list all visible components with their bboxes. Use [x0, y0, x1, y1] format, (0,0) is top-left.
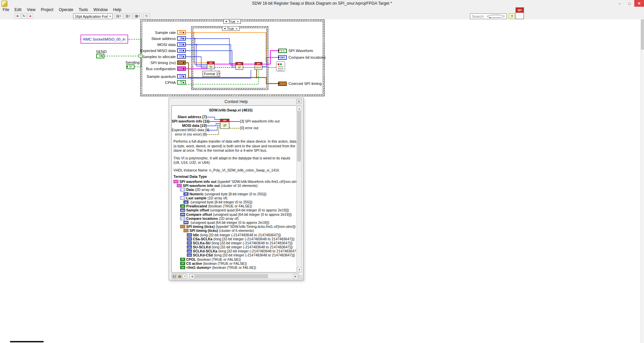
- datatype-icon: [183, 192, 189, 196]
- datatype-tree-row: <fmt1 dummy> (boolean (TRUE or FALSE)): [180, 265, 297, 270]
- spi-configure-vi[interactable]: SPI ⇆: [207, 61, 215, 69]
- indicator-terminal[interactable]: [278, 82, 287, 86]
- datatype-tree-row: SCLKd-CSd (long [32-bit integer (-214748…: [187, 253, 297, 257]
- case-prev-icon[interactable]: ◀: [224, 27, 225, 30]
- vi-description: Performs a full-duplex transfer of data …: [173, 139, 297, 176]
- control-terminal[interactable]: [177, 60, 186, 65]
- case-selector-value: True: [227, 27, 234, 31]
- indicator-terminal[interactable]: U64: [278, 55, 287, 60]
- close-button[interactable]: ✕: [634, 0, 644, 7]
- menubar: FileEditViewProjectOperateToolsWindowHel…: [0, 7, 644, 13]
- send-control[interactable]: TF: [96, 54, 104, 58]
- cleanup-diagram-button[interactable]: ↻: [143, 13, 150, 19]
- minimize-button[interactable]: –: [615, 0, 625, 7]
- scroll-up-icon[interactable]: ▲: [297, 106, 302, 111]
- input-terminals: Sample rate DBL Slave address U8 MOSI da…: [142, 30, 186, 86]
- context-help-titlebar[interactable]: Context Help: [169, 98, 303, 105]
- maximize-button[interactable]: □: [625, 0, 634, 7]
- spi-swap-vi[interactable]: SPI ⇄: [235, 62, 243, 70]
- scroll-left-icon[interactable]: ◀: [190, 274, 195, 279]
- datatype-tree-row: SPI waveform info out (cluster of 10 ele…: [177, 184, 297, 188]
- run-button[interactable]: ➤: [15, 13, 20, 19]
- datatype-tree-row: Compare locations (1D array of): [180, 216, 297, 220]
- datatype-icon: [180, 258, 185, 261]
- inner-case-selector[interactable]: ◀ True ▼: [222, 26, 239, 31]
- terminal-arrow-icon: [127, 66, 129, 68]
- terminal-arrow-icon: [183, 56, 185, 58]
- menu-item[interactable]: Window: [91, 7, 111, 13]
- control-terminal[interactable]: DBL: [177, 30, 186, 35]
- menu-item[interactable]: File: [0, 7, 12, 13]
- context-help-horizontal-scrollbar[interactable]: ◀ ▶: [189, 274, 299, 279]
- waveform-icon: ∿: [79, 38, 82, 41]
- terminal-arrow-icon: [183, 68, 185, 70]
- terminal-arrow-icon: [278, 56, 281, 58]
- menu-item[interactable]: View: [24, 7, 38, 13]
- datatype-icon: [187, 233, 192, 237]
- terminal-arrow-icon: [183, 76, 185, 78]
- context-help-close-button[interactable]: ✕: [296, 99, 302, 104]
- format-ring[interactable]: Format 1 ▼: [203, 71, 220, 77]
- resize-grip[interactable]: [299, 275, 303, 279]
- control-terminal[interactable]: U16: [177, 48, 186, 53]
- rmc-socket-node[interactable]: ∿ RMC Socket\MISO_00_in ∿: [80, 35, 128, 44]
- context-help-content: SDW.lvlib:Swap.vi (4815) Slave address […: [171, 105, 297, 273]
- context-help-vertical-scrollbar[interactable]: ▲ ▼: [297, 105, 302, 273]
- terminal-row: Coerced SPI timing: [278, 81, 326, 86]
- diagram-horizontal-scrollbar-thumb[interactable]: [10, 341, 44, 342]
- menu-item[interactable]: Edit: [12, 7, 24, 13]
- abort-button[interactable]: ●: [28, 13, 33, 19]
- terminal-label: MOSI data: [157, 43, 176, 47]
- scroll-right-icon[interactable]: ▶: [293, 274, 298, 279]
- sending-indicator[interactable]: TF: [126, 64, 135, 69]
- control-terminal[interactable]: [177, 66, 186, 71]
- datatype-tree-row: (unsigned quad [64-bit integer (0 to app…: [183, 220, 297, 225]
- connector-input-label: MOSI data [10]: [172, 124, 207, 128]
- menu-item[interactable]: Help: [110, 7, 124, 13]
- case-selector-tunnel[interactable]: ?: [139, 54, 142, 58]
- control-terminal[interactable]: I32: [177, 54, 186, 59]
- menu-item[interactable]: Operate: [56, 7, 76, 13]
- case-prev-icon[interactable]: ◀: [225, 20, 227, 23]
- scroll-down-icon[interactable]: ▼: [297, 267, 302, 272]
- datatype-tree-row: (unsigned byte [8-bit integer (0 to 255)…: [183, 200, 297, 204]
- font-selector[interactable]: 16pt Application Font▼: [73, 13, 113, 19]
- menu-item[interactable]: Project: [38, 7, 56, 13]
- terminal-label: Bus configuration: [146, 67, 176, 71]
- diagram-vertical-scrollbar-thumb[interactable]: [641, 19, 644, 50]
- output-terminals: SPI Waveform U64 Compare bit locations C…: [278, 48, 326, 86]
- show-optional-terminals-button[interactable]: [172, 274, 176, 279]
- spi-compare-vi[interactable]: SPI 010✕: [255, 62, 262, 70]
- datatype-tree-row: Compare offset (unsigned quad [64-bit in…: [180, 212, 297, 216]
- align-objects-dropdown[interactable]: ▤ ▼: [114, 13, 123, 19]
- case-dropdown-icon[interactable]: ▼: [237, 20, 239, 23]
- ring-dropdown-icon[interactable]: ▼: [218, 71, 220, 77]
- case-dropdown-icon[interactable]: ▼: [235, 28, 238, 30]
- menu-item[interactable]: Tools: [76, 7, 91, 13]
- terminal-row: Expected MISO data U16: [142, 48, 186, 53]
- datatype-icon: [183, 200, 189, 204]
- diagram-vertical-scrollbar[interactable]: [641, 19, 644, 343]
- control-terminal[interactable]: U8: [177, 36, 186, 41]
- vi-icon[interactable]: SPI ⋯: [516, 7, 524, 19]
- search-input[interactable]: Search: [470, 13, 507, 19]
- scrollbar-thumb[interactable]: [194, 274, 268, 278]
- detailed-help-button[interactable]: ?: [182, 274, 187, 279]
- datatype-tree-row: Last sample (1D array of): [180, 196, 297, 200]
- control-terminal[interactable]: TF: [177, 80, 186, 85]
- run-continuous-button[interactable]: ↻: [21, 13, 27, 19]
- indicator-terminal[interactable]: [278, 49, 287, 53]
- control-terminal[interactable]: I32: [177, 74, 186, 79]
- lock-help-button[interactable]: [177, 274, 182, 279]
- control-terminal[interactable]: U16: [177, 42, 186, 47]
- vi-title: SDW.lvlib:Swap.vi (4815): [172, 108, 290, 112]
- context-help-button[interactable]: ?: [509, 13, 515, 19]
- terminal-arrow-icon: [278, 83, 281, 85]
- datatype-icon: [180, 196, 185, 200]
- outer-case-selector[interactable]: ◀ True ▼: [223, 19, 241, 24]
- inner-case-structure[interactable]: [191, 26, 268, 90]
- distribute-objects-dropdown[interactable]: ▥ ▼: [124, 13, 132, 19]
- resize-objects-dropdown[interactable]: ▦ ▼: [133, 13, 142, 19]
- scrollbar-thumb[interactable]: [297, 111, 301, 161]
- error-out-icon[interactable]: [276, 61, 285, 71]
